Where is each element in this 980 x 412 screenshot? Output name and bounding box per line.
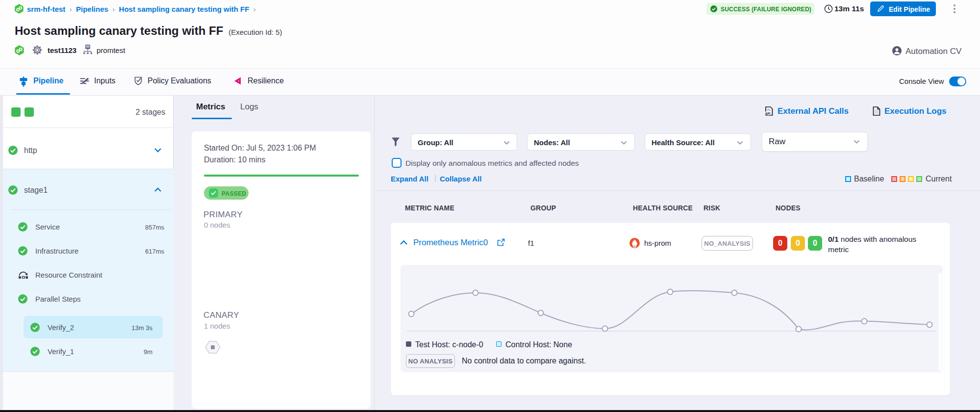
svg-text:API: API [765, 112, 771, 115]
